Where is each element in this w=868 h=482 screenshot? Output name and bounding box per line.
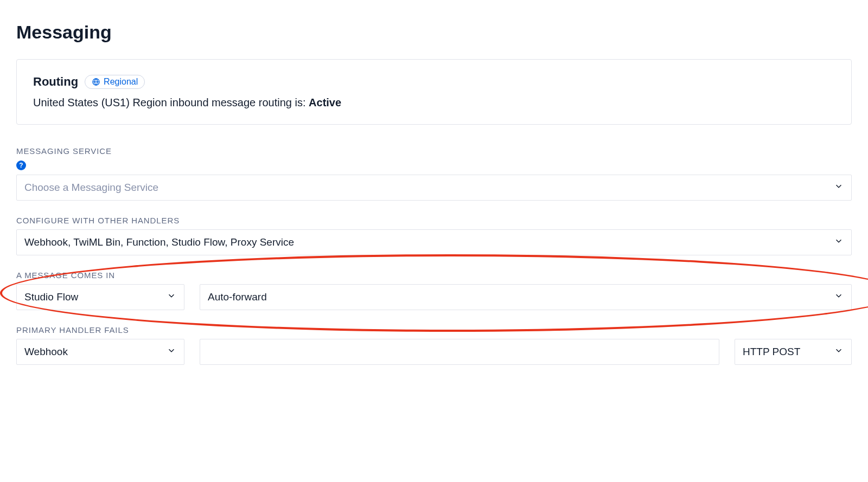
chevron-down-icon	[834, 291, 844, 304]
routing-title: Routing	[33, 75, 78, 89]
messaging-service-field: MESSAGING SERVICE ? Choose a Messaging S…	[16, 146, 852, 201]
other-handlers-field: CONFIGURE WITH OTHER HANDLERS Webhook, T…	[16, 216, 852, 255]
primary-handler-fails-label: PRIMARY HANDLER FAILS	[16, 325, 852, 335]
other-handlers-select[interactable]: Webhook, TwiML Bin, Function, Studio Flo…	[16, 229, 852, 255]
primary-fail-method-select[interactable]: HTTP POST	[735, 339, 852, 365]
message-comes-in-field: A MESSAGE COMES IN Studio Flow Auto-forw…	[16, 271, 852, 310]
chevron-down-icon	[167, 291, 176, 304]
primary-fail-url-input[interactable]	[200, 339, 719, 365]
routing-card-header: Routing Regional	[33, 75, 835, 89]
primary-fail-method-value: HTTP POST	[743, 346, 800, 358]
other-handlers-value: Webhook, TwiML Bin, Function, Studio Flo…	[24, 236, 294, 248]
other-handlers-label: CONFIGURE WITH OTHER HANDLERS	[16, 216, 852, 225]
message-comes-in-type-value: Studio Flow	[24, 291, 78, 303]
regional-pill-label: Regional	[104, 77, 138, 87]
message-comes-in-flow-select[interactable]: Auto-forward	[200, 284, 852, 310]
message-comes-in-flow-value: Auto-forward	[208, 291, 267, 303]
help-icon[interactable]: ?	[16, 160, 26, 170]
routing-status-prefix: United States (US1) Region inbound messa…	[33, 97, 309, 108]
chevron-down-icon	[167, 346, 176, 358]
routing-status: United States (US1) Region inbound messa…	[33, 97, 835, 109]
globe-icon	[92, 78, 100, 86]
messaging-service-value: Choose a Messaging Service	[24, 182, 158, 194]
primary-fail-type-value: Webhook	[24, 346, 68, 358]
routing-card: Routing Regional United States (US1) Reg…	[16, 59, 852, 125]
chevron-down-icon	[834, 182, 844, 194]
chevron-down-icon	[834, 346, 844, 358]
message-comes-in-type-select[interactable]: Studio Flow	[16, 284, 184, 310]
page-title: Messaging	[16, 22, 852, 43]
messaging-service-select[interactable]: Choose a Messaging Service	[16, 175, 852, 201]
primary-fail-type-select[interactable]: Webhook	[16, 339, 184, 365]
regional-pill[interactable]: Regional	[85, 75, 145, 89]
routing-status-value: Active	[309, 97, 341, 108]
messaging-service-label: MESSAGING SERVICE	[16, 146, 852, 156]
message-comes-in-label: A MESSAGE COMES IN	[16, 271, 852, 280]
primary-handler-fails-field: PRIMARY HANDLER FAILS Webhook HTTP POST	[16, 325, 852, 365]
chevron-down-icon	[834, 236, 844, 249]
